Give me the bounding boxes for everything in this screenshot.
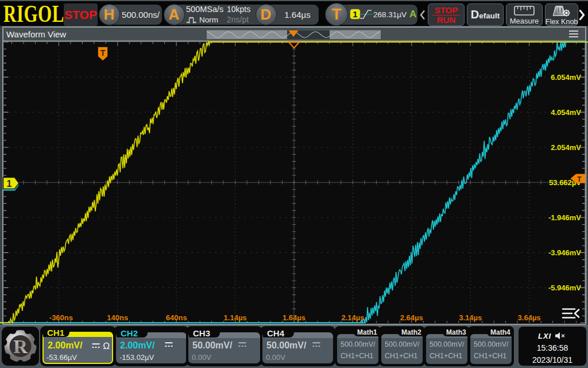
svg-text:-1.946mV: -1.946mV xyxy=(548,213,581,222)
svg-text:3.14µs: 3.14µs xyxy=(459,313,482,322)
svg-text:140ns: 140ns xyxy=(107,313,128,322)
svg-text:3.64µs: 3.64µs xyxy=(518,313,541,322)
svg-text:2.64µs: 2.64µs xyxy=(400,313,423,322)
svg-text:6.054mV: 6.054mV xyxy=(551,73,581,82)
svg-text:T: T xyxy=(577,175,582,183)
svg-text:R: R xyxy=(13,336,28,357)
svg-text:-5.946mV: -5.946mV xyxy=(548,283,581,292)
svg-text:2.054mV: 2.054mV xyxy=(551,143,581,152)
svg-text:1: 1 xyxy=(7,179,12,189)
svg-text:1.64µs: 1.64µs xyxy=(283,313,305,322)
svg-text:640ns: 640ns xyxy=(166,313,187,322)
svg-text:1.14µs: 1.14µs xyxy=(224,313,247,322)
svg-text:-3.946mV: -3.946mV xyxy=(548,248,581,257)
svg-text:T: T xyxy=(100,48,106,57)
svg-text:-360ns: -360ns xyxy=(49,313,73,322)
svg-text:2.14µs: 2.14µs xyxy=(341,313,364,322)
svg-text:4.054mV: 4.054mV xyxy=(551,108,581,117)
